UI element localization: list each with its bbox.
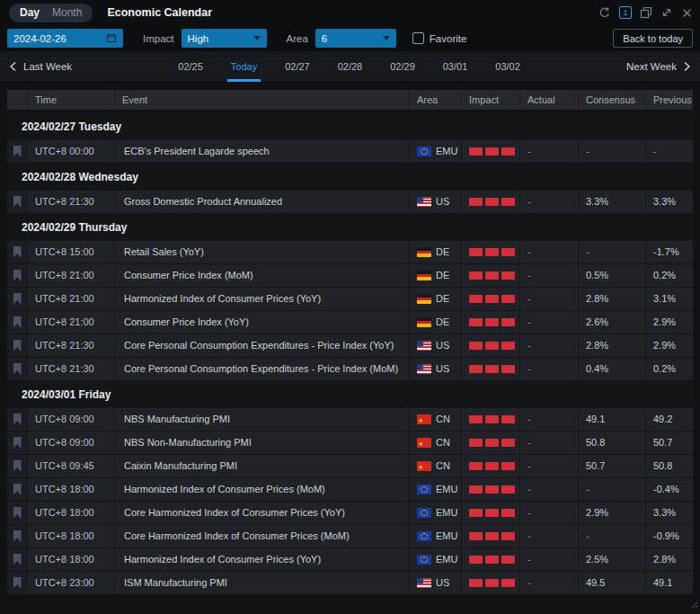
event-row[interactable]: UTC+8 21:00Consumer Price Index (MoM)DE-… — [7, 264, 693, 287]
event-row[interactable]: UTC+8 21:30Core Personal Consumption Exp… — [7, 334, 693, 357]
impact-bar — [501, 556, 515, 564]
bookmark-icon[interactable] — [13, 484, 22, 495]
event-time: UTC+8 18:00 — [27, 502, 114, 524]
event-name: Gross Domestic Product Annualized — [114, 191, 409, 213]
bookmark-icon[interactable] — [13, 507, 22, 519]
expand-icon[interactable] — [660, 6, 673, 19]
impact-bar — [485, 365, 499, 373]
bookmark-cell[interactable] — [7, 358, 27, 380]
event-area: US — [409, 334, 461, 357]
favorite-checkbox[interactable] — [412, 32, 424, 44]
event-area: US — [409, 358, 461, 380]
bookmark-cell[interactable] — [7, 311, 27, 334]
date-section-header: 2024/02/28 Wednesday — [7, 164, 693, 191]
event-area: EMU — [409, 502, 461, 524]
event-row[interactable]: UTC+8 21:00Consumer Price Index (YoY)DE-… — [7, 311, 693, 334]
bookmark-cell[interactable] — [7, 334, 27, 357]
event-row[interactable]: UTC+8 18:00Harmonized Index of Consumer … — [7, 478, 693, 501]
window-count-icon[interactable]: 1 — [619, 6, 632, 19]
bookmark-icon[interactable] — [13, 437, 22, 449]
event-row[interactable]: UTC+8 21:30Core Personal Consumption Exp… — [7, 358, 693, 380]
back-to-today-button[interactable]: Back to today — [613, 29, 693, 48]
impact-bar — [485, 248, 499, 256]
event-row[interactable]: UTC+8 18:00Core Harmonized Index of Cons… — [7, 502, 693, 524]
bookmark-cell[interactable] — [7, 264, 27, 287]
bookmark-cell[interactable] — [7, 548, 27, 571]
event-row[interactable]: UTC+8 09:45Caixin Manufacturing PMICN-50… — [7, 455, 693, 477]
day-strip: 02/25Today02/2702/2802/2903/0103/02 — [72, 51, 626, 82]
day-item-02-28[interactable]: 02/28 — [336, 51, 365, 82]
bookmark-cell[interactable] — [7, 288, 27, 310]
last-week-button[interactable]: Last Week — [9, 51, 72, 82]
day-item-03-02[interactable]: 03/02 — [493, 51, 522, 82]
bookmark-icon[interactable] — [13, 196, 22, 208]
bookmark-cell[interactable] — [7, 478, 27, 501]
bookmark-icon[interactable] — [13, 246, 22, 258]
next-week-button[interactable]: Next Week — [626, 51, 691, 82]
bookmark-icon[interactable] — [13, 363, 22, 375]
event-time: UTC+8 18:00 — [27, 478, 114, 501]
favorite-filter[interactable]: Favorite — [412, 32, 467, 44]
event-area: DE — [409, 288, 461, 310]
refresh-icon[interactable] — [598, 6, 611, 19]
consensus-value: 2.9% — [578, 502, 645, 524]
bookmark-cell[interactable] — [7, 140, 27, 163]
view-tab-month[interactable]: Month — [52, 6, 82, 19]
bookmark-cell[interactable] — [7, 408, 27, 431]
event-row[interactable]: UTC+8 18:00Harmonized Index of Consumer … — [7, 548, 693, 571]
area-code: US — [436, 191, 449, 213]
day-item-02-25[interactable]: 02/25 — [176, 51, 205, 82]
event-row[interactable]: UTC+8 18:00Core Harmonized Index of Cons… — [7, 525, 693, 547]
bookmark-icon[interactable] — [13, 146, 22, 157]
bookmark-icon[interactable] — [13, 316, 22, 328]
impact-dropdown[interactable]: High — [182, 29, 267, 48]
view-tab-day[interactable]: Day — [20, 6, 40, 19]
cn-flag-icon — [417, 438, 431, 448]
area-dropdown[interactable]: 6 — [315, 29, 396, 48]
de-flag-icon — [417, 271, 431, 280]
day-item-02-27[interactable]: 02/27 — [283, 51, 312, 82]
event-row[interactable]: UTC+8 21:30Gross Domestic Product Annual… — [7, 191, 693, 213]
bookmark-cell[interactable] — [7, 455, 27, 477]
column-header-area: Area — [409, 90, 461, 110]
bookmark-cell[interactable] — [7, 572, 27, 594]
bookmark-cell[interactable] — [7, 502, 27, 524]
event-row[interactable]: UTC+8 09:00NBS Manufacturing PMICN-49.14… — [7, 408, 693, 431]
actual-value: - — [519, 548, 578, 571]
bookmark-icon[interactable] — [13, 554, 22, 565]
bookmark-icon[interactable] — [13, 340, 22, 351]
previous-value: 2.9% — [645, 311, 693, 334]
date-picker[interactable]: 2024-02-26 — [7, 29, 123, 48]
bookmark-icon[interactable] — [13, 293, 22, 305]
actual-value: - — [519, 288, 578, 310]
restore-icon[interactable] — [640, 6, 652, 19]
bookmark-icon[interactable] — [13, 530, 22, 542]
event-row[interactable]: UTC+8 23:00ISM Manufacturing PMIUS-49.54… — [7, 572, 693, 594]
bookmark-cell[interactable] — [7, 432, 27, 454]
close-icon[interactable] — [681, 7, 693, 19]
bookmark-cell[interactable] — [7, 191, 27, 213]
bookmark-icon[interactable] — [13, 270, 22, 281]
event-row[interactable]: UTC+8 09:00NBS Non-Manufacturing PMICN-5… — [7, 432, 693, 454]
bookmark-icon[interactable] — [13, 460, 22, 472]
actual-value: - — [519, 525, 578, 547]
bookmark-icon[interactable] — [13, 577, 22, 589]
event-row[interactable]: UTC+8 21:00Harmonized Index of Consumer … — [7, 288, 693, 310]
event-area: EMU — [409, 140, 461, 163]
column-header-event: Event — [114, 90, 409, 110]
event-time: UTC+8 15:00 — [27, 241, 114, 263]
actual-value: - — [519, 334, 578, 357]
bookmark-cell[interactable] — [7, 241, 27, 263]
bookmark-icon[interactable] — [13, 414, 22, 425]
impact-bar — [501, 462, 515, 470]
bookmark-cell[interactable] — [7, 525, 27, 547]
day-item-03-01[interactable]: 03/01 — [441, 51, 470, 82]
day-item-02-29[interactable]: 02/29 — [388, 51, 417, 82]
resize-handle[interactable] — [689, 596, 698, 612]
event-row[interactable]: UTC+8 15:00Retail Sales (YoY)DE---1.7% — [7, 241, 693, 263]
event-row[interactable]: UTC+8 00:00ECB's President Lagarde speec… — [7, 140, 693, 163]
view-toggle[interactable]: DayMonth — [9, 4, 93, 22]
day-item-today[interactable]: Today — [229, 51, 259, 82]
table-header-row: TimeEventAreaImpactActualConsensusPrevio… — [7, 90, 693, 110]
event-name: Harmonized Index of Consumer Prices (MoM… — [114, 478, 409, 501]
